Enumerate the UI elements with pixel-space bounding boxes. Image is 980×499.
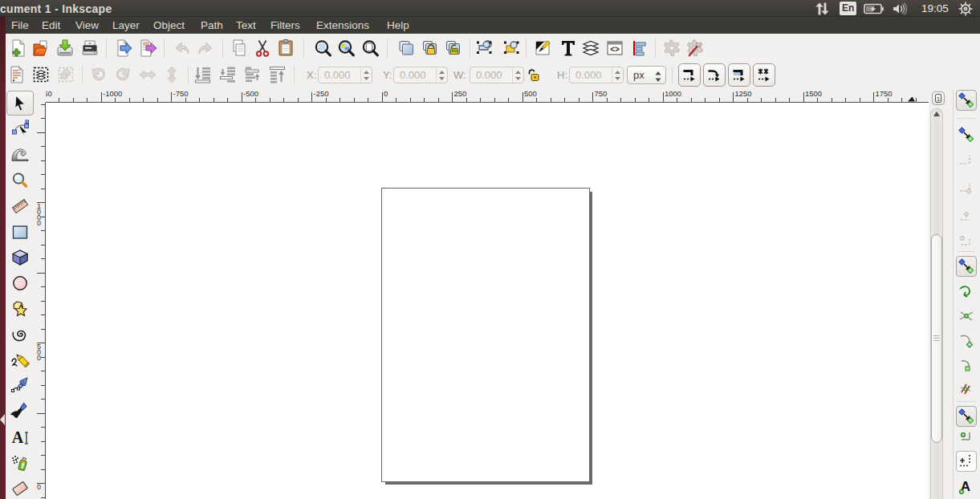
svg-text:<>: <> (610, 45, 620, 54)
svg-text:A: A (12, 428, 24, 446)
svg-text:1: 1 (937, 95, 941, 103)
